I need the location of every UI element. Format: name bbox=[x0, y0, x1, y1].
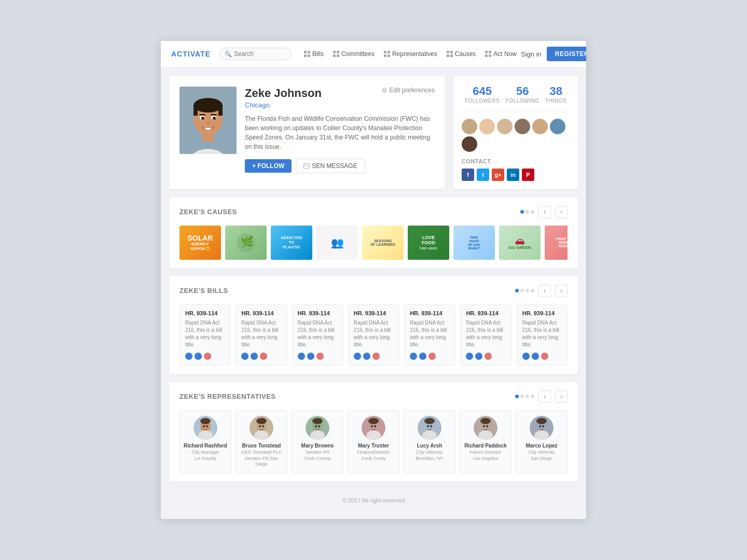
cause-go-green[interactable]: 🚗 GO GREEN bbox=[499, 226, 541, 260]
twitter-icon[interactable]: t bbox=[477, 169, 489, 181]
cause-addicted-plastic[interactable]: ADDICTEDTOPLASTIC bbox=[271, 226, 312, 260]
bill-description: Rapid DNA Act 216, this is a bill with a… bbox=[241, 319, 281, 348]
bills-next-button[interactable]: › bbox=[555, 285, 568, 297]
bill-card[interactable]: HR. 939-114 Rapid DNA Act 216, this is a… bbox=[179, 304, 230, 366]
representative-card[interactable]: Marco Lopez City AttorneySan Dizgo bbox=[516, 410, 568, 473]
nav-item-causes[interactable]: Causes bbox=[442, 47, 480, 61]
profile-actions: + FOLLOW SEN MESSAGE bbox=[245, 159, 435, 173]
logo[interactable]: ACTIVATE bbox=[171, 50, 211, 58]
cause-fight-animal-rights[interactable]: FIGHT FORANIMALRIGHTS bbox=[545, 226, 568, 260]
causes-title: ZEKE'S CAUSES bbox=[179, 208, 237, 216]
representative-card[interactable]: Mary Browns Senator FNCook County bbox=[292, 410, 343, 473]
rep-name: Marco Lopez bbox=[519, 443, 564, 449]
rep-title: City ManagerLA County bbox=[183, 450, 228, 461]
svg-rect-26 bbox=[218, 105, 223, 116]
follower-avatar[interactable] bbox=[515, 119, 530, 134]
cause-green[interactable]: 🌿 bbox=[225, 226, 267, 260]
svg-rect-31 bbox=[199, 114, 205, 116]
nav-item-act-now[interactable]: Act Now bbox=[481, 47, 521, 61]
bill-status-icons bbox=[354, 353, 393, 360]
register-button[interactable]: REGISTER bbox=[547, 47, 586, 61]
cause-how[interactable]: howmuchdo youknow? bbox=[453, 226, 495, 260]
representative-card[interactable]: Mary Truster FinanceDirectorCook Conty bbox=[348, 410, 399, 473]
svg-rect-25 bbox=[193, 105, 198, 116]
svg-point-69 bbox=[480, 418, 491, 424]
svg-point-66 bbox=[430, 425, 432, 427]
bill-description: Rapid DNA Act 216, this is a bill with a… bbox=[466, 319, 505, 348]
svg-rect-18 bbox=[485, 54, 488, 57]
rep-name: Bruce Tonstead bbox=[239, 443, 284, 449]
bill-card[interactable]: HR. 939-114 Rapid DNA Act 216, this is a… bbox=[460, 304, 511, 366]
search-input[interactable] bbox=[234, 50, 286, 58]
svg-rect-19 bbox=[489, 54, 491, 57]
causes-prev-button[interactable]: ‹ bbox=[538, 206, 551, 218]
cause-people[interactable]: 👥 bbox=[316, 226, 358, 260]
svg-point-60 bbox=[374, 425, 376, 427]
follower-avatar[interactable] bbox=[532, 119, 548, 134]
bill-status-dot bbox=[298, 353, 305, 360]
bill-status-dot bbox=[354, 353, 361, 360]
nav-item-committees[interactable]: Committees bbox=[329, 47, 379, 61]
svg-rect-0 bbox=[304, 51, 307, 53]
profile-location: Chicago bbox=[245, 101, 322, 109]
follower-avatar[interactable] bbox=[479, 119, 495, 134]
dot-2 bbox=[525, 210, 529, 214]
svg-rect-7 bbox=[337, 54, 339, 57]
bill-status-dot bbox=[185, 353, 192, 360]
google-plus-icon[interactable]: g+ bbox=[492, 169, 504, 181]
sign-in-link[interactable]: Sign in bbox=[521, 50, 542, 58]
cause-love-food[interactable]: LOVEFOODhate waste bbox=[408, 226, 449, 260]
linkedin-icon[interactable]: in bbox=[507, 169, 519, 181]
nav-item-bills[interactable]: Bills bbox=[300, 47, 328, 61]
header-right: Sign in REGISTER bbox=[521, 47, 586, 61]
bill-card[interactable]: HR. 939-114 Rapid DNA Act 216, this is a… bbox=[404, 304, 455, 366]
rep-avatar-svg bbox=[250, 416, 273, 440]
svg-point-45 bbox=[256, 418, 267, 424]
follower-avatar[interactable] bbox=[462, 136, 477, 152]
bills-prev-button[interactable]: ‹ bbox=[538, 285, 551, 297]
representative-card[interactable]: Richard Paddock Fiance DirectorLos Angel… bbox=[460, 410, 511, 473]
reps-prev-button[interactable]: ‹ bbox=[538, 390, 551, 403]
bill-description: Rapid DNA Act 216, this is a bill with a… bbox=[410, 319, 449, 348]
facebook-icon[interactable]: f bbox=[462, 169, 474, 181]
bills-controls: ‹ › bbox=[515, 285, 568, 297]
rep-avatar-svg bbox=[362, 416, 385, 440]
pinterest-icon[interactable]: P bbox=[522, 169, 534, 181]
dot-2 bbox=[520, 289, 524, 292]
bill-card[interactable]: HR. 939-114 Rapid DNA Act 216, this is a… bbox=[236, 304, 286, 366]
representative-card[interactable]: Lucy Arsh City AttorneyBrooklyn, NY bbox=[404, 410, 455, 473]
follower-avatar[interactable] bbox=[462, 119, 477, 134]
dot-3 bbox=[525, 395, 529, 398]
bill-card[interactable]: HR. 939-114 Rapid DNA Act 216, this is a… bbox=[292, 304, 343, 366]
svg-rect-12 bbox=[447, 51, 449, 53]
message-button[interactable]: SEN MESSAGE bbox=[296, 159, 365, 173]
representatives-header: ZEKE'S REPRESENTATIVES ‹ › bbox=[179, 390, 568, 403]
cause-solar-energy[interactable]: SOLAR ENERGY EXPOS🌞 bbox=[179, 226, 221, 260]
search-icon: 🔍 bbox=[225, 51, 232, 58]
bill-card[interactable]: HR. 939-114 Rapid DNA Act 216, this is a… bbox=[348, 304, 399, 366]
header: ACTIVATE 🔍 Bills Committees Representati… bbox=[161, 41, 586, 68]
edit-preferences-link[interactable]: Edit preferences bbox=[381, 87, 435, 94]
profile-name: Zeke Johnson bbox=[245, 87, 322, 100]
cause-seasons[interactable]: SEASONSOF LEARNING bbox=[362, 226, 404, 260]
dot-4 bbox=[531, 395, 534, 398]
follower-avatar[interactable] bbox=[497, 119, 513, 134]
representatives-title: ZEKE'S REPRESENTATIVES bbox=[179, 393, 276, 400]
rep-avatar bbox=[306, 416, 329, 440]
bill-number: HR. 939-114 bbox=[522, 310, 562, 316]
representative-card[interactable]: Richard Rashford City ManagerLA County bbox=[179, 410, 231, 473]
follower-avatar[interactable] bbox=[550, 119, 565, 134]
profile-header-row: Zeke Johnson Chicago Edit preferences bbox=[245, 87, 435, 114]
representative-card[interactable]: Bruce Tonstead CEO Tonstead PLCSenator F… bbox=[236, 410, 287, 473]
nav-item-representatives[interactable]: Representatives bbox=[380, 47, 441, 61]
avatar bbox=[179, 87, 237, 154]
causes-next-button[interactable]: › bbox=[555, 206, 568, 218]
follow-button[interactable]: + FOLLOW bbox=[245, 159, 292, 173]
reps-next-button[interactable]: › bbox=[555, 390, 568, 403]
svg-point-24 bbox=[193, 98, 223, 113]
rep-avatar bbox=[250, 416, 273, 440]
search-box[interactable]: 🔍 bbox=[219, 48, 292, 60]
svg-point-75 bbox=[536, 418, 547, 424]
bill-card[interactable]: HR. 939-114 Rapid DNA Act 216, this is a… bbox=[517, 304, 568, 366]
svg-point-65 bbox=[427, 425, 429, 427]
